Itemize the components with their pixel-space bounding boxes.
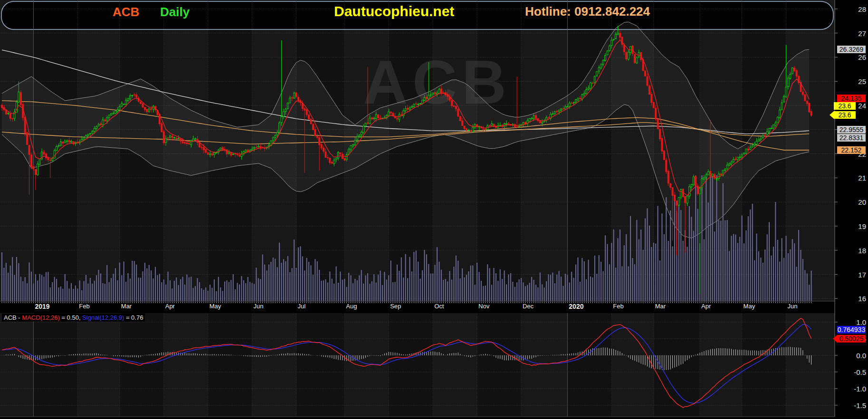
candle-body xyxy=(287,103,288,108)
volume-bar xyxy=(792,239,793,301)
volume-bar xyxy=(294,239,295,301)
volume-bar xyxy=(462,268,463,301)
candle-body xyxy=(172,136,173,137)
volume-bar xyxy=(554,283,555,301)
volume-bar xyxy=(529,283,530,301)
volume-bar xyxy=(720,220,721,301)
volume-bar xyxy=(25,277,26,301)
volume-bar xyxy=(35,274,36,301)
volume-bar xyxy=(500,269,501,301)
volume-bar xyxy=(230,280,231,301)
volume-bar xyxy=(226,280,227,301)
volume-bar xyxy=(599,255,600,301)
volume-bar xyxy=(29,262,30,301)
candle-body xyxy=(575,99,577,102)
candle-body xyxy=(58,146,59,146)
volume-bar xyxy=(706,175,706,301)
volume-bar xyxy=(691,217,692,301)
candle-body xyxy=(756,141,757,144)
candle-body xyxy=(281,117,282,123)
candle-body xyxy=(777,117,778,123)
volume-bar xyxy=(319,270,320,301)
candle-body xyxy=(707,171,709,174)
volume-bar xyxy=(643,250,644,301)
volume-bar xyxy=(365,276,366,301)
volume-bar xyxy=(745,230,746,301)
volume-bar xyxy=(134,261,135,301)
volume-bar xyxy=(75,286,76,301)
volume-bar xyxy=(33,284,34,301)
volume-bar xyxy=(264,265,265,301)
candle-body xyxy=(645,71,646,76)
volume-bar xyxy=(771,256,772,301)
candle-body xyxy=(170,136,171,138)
volume-bar xyxy=(376,283,377,301)
candle-body xyxy=(649,86,650,95)
candle-body xyxy=(188,143,190,144)
candle-body xyxy=(561,109,562,110)
candle-body xyxy=(180,139,181,141)
volume-bar xyxy=(565,274,566,301)
chart-canvas[interactable]: ACB xyxy=(0,0,868,419)
volume-bar xyxy=(437,247,438,301)
candle-body xyxy=(294,93,295,98)
volume-bar xyxy=(18,263,19,301)
volume-bar xyxy=(106,265,107,301)
volume-bar xyxy=(289,272,290,301)
candle-body xyxy=(111,114,112,115)
volume-bar xyxy=(172,288,172,301)
volume-bar xyxy=(651,247,652,301)
candle-body xyxy=(802,92,803,95)
volume-bar xyxy=(142,271,143,301)
candle-body xyxy=(323,148,324,151)
volume-bar xyxy=(504,270,505,301)
volume-bar xyxy=(386,280,387,301)
volume-bar xyxy=(399,271,400,301)
volume-bar xyxy=(359,276,360,301)
volume-bar xyxy=(754,260,755,301)
candle-body xyxy=(92,131,93,133)
volume-bar xyxy=(254,284,255,301)
candle-body xyxy=(1,105,3,107)
volume-bar xyxy=(571,272,572,301)
candle-body xyxy=(531,118,533,119)
volume-bar xyxy=(197,278,198,301)
candle-body xyxy=(596,72,598,76)
volume-bar xyxy=(277,267,278,301)
volume-bar xyxy=(235,289,236,301)
volume-bar xyxy=(493,268,494,301)
volume-bar xyxy=(325,279,326,301)
volume-bar xyxy=(464,277,465,301)
candle-body xyxy=(184,143,185,143)
volume-bar xyxy=(790,249,791,301)
candle-body xyxy=(752,145,753,147)
volume-bar xyxy=(384,272,385,301)
candle-body xyxy=(607,51,608,55)
volume-bar xyxy=(165,285,166,301)
volume-bar xyxy=(84,281,85,301)
volume-bar xyxy=(634,264,635,301)
candle-body xyxy=(415,104,417,104)
candle-body xyxy=(52,159,53,161)
volume-bar xyxy=(125,282,126,301)
volume-bar xyxy=(712,175,713,301)
volume-bar xyxy=(512,282,513,301)
candle-body xyxy=(440,89,442,93)
volume-bar xyxy=(58,287,59,301)
candle-body xyxy=(539,121,541,123)
volume-bar xyxy=(666,197,667,301)
candle-body xyxy=(773,125,774,128)
candle-body xyxy=(688,187,690,196)
candle-body xyxy=(432,93,434,94)
volume-bar xyxy=(109,282,110,301)
candle-body xyxy=(428,95,429,99)
volume-bar xyxy=(182,277,183,301)
volume-bar xyxy=(14,275,15,301)
candle-body xyxy=(726,165,728,169)
volume-bar xyxy=(420,279,421,301)
candle-body xyxy=(735,159,736,160)
candle-body xyxy=(623,45,625,52)
candle-body xyxy=(285,109,286,112)
candle-body xyxy=(136,95,137,97)
candle-body xyxy=(439,89,440,94)
